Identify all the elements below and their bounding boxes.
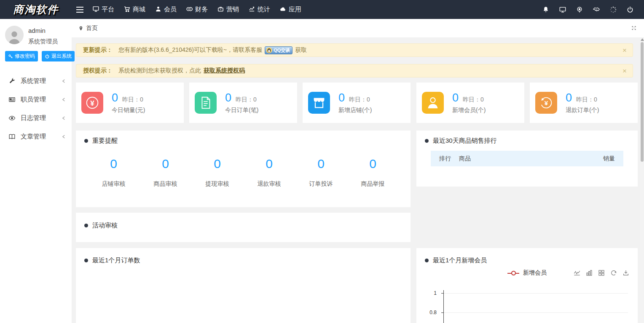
svg-text:¥: ¥ — [545, 99, 548, 107]
avatar[interactable] — [5, 26, 24, 44]
panel-title: 最近1个月新增会员 — [433, 256, 487, 264]
bullet-icon — [84, 259, 88, 262]
update-alert-suffix: 获取 — [295, 46, 307, 54]
rank-table-header: 排行 商品 销量 — [431, 151, 623, 166]
gridline — [444, 293, 628, 294]
stat-card-shops[interactable]: 0昨日：0 新增店铺(个) — [303, 83, 411, 123]
auth-alert-text: 系统检测到您未获取授权，点此 — [118, 67, 201, 75]
breadcrumb-home[interactable]: 首页 — [86, 24, 98, 32]
get-auth-code-link[interactable]: 获取系统授权码 — [204, 67, 245, 75]
nav-item-apps[interactable]: 应用 — [275, 0, 306, 19]
nav-item-mall[interactable]: 商城 — [119, 0, 150, 19]
panel-title: 活动审核 — [92, 222, 118, 230]
breadcrumb-bar: 首页 — [72, 19, 644, 38]
sidebar-menu: 系统管理 职员管理 日志管理 文章管理 — [0, 72, 72, 146]
members-chart-panel: 最近1个月新增会员 新增会员 1 0.8 — [416, 248, 638, 323]
counter-shop-audit[interactable]: 0店铺审核 — [88, 157, 140, 188]
y-axis-tick-1: 1 — [426, 290, 437, 296]
download-image-icon[interactable] — [623, 270, 629, 276]
sidebar-item-system[interactable]: 系统管理 — [0, 72, 72, 90]
data-view-grid-icon[interactable] — [598, 270, 605, 276]
update-alert-title: 更新提示： — [83, 46, 113, 54]
handshake-icon[interactable] — [593, 6, 600, 13]
scrollbar-thumb[interactable] — [641, 42, 644, 162]
nav-item-statistics[interactable]: 统计 — [244, 0, 275, 19]
orders-chart-panel: 最近1个月订单数 — [76, 248, 411, 323]
line-chart-toggle-icon[interactable] — [574, 270, 580, 276]
counter-withdraw-audit[interactable]: 0提现审核 — [191, 157, 243, 188]
hamburger-menu-icon[interactable] — [72, 0, 88, 19]
close-icon[interactable]: × — [623, 67, 627, 75]
chevron-left-icon — [62, 116, 66, 120]
sidebar-item-staff[interactable]: 职员管理 — [0, 90, 72, 109]
counter-product-audit[interactable]: 0商品审核 — [140, 157, 191, 188]
username: admin — [28, 26, 58, 34]
display-icon[interactable] — [559, 6, 566, 13]
chart-icon — [248, 5, 255, 14]
activity-audit-panel: 活动审核 — [76, 213, 411, 242]
yen-circle-icon: ¥ — [81, 92, 103, 114]
nav-item-members[interactable]: 会员 — [150, 0, 181, 19]
app-logo: 商淘软件 — [0, 3, 72, 16]
power-icon[interactable] — [626, 6, 634, 13]
fullscreen-toggle-icon[interactable] — [631, 25, 639, 32]
member-icon — [422, 92, 444, 114]
panel-title: 最近1个月订单数 — [92, 256, 140, 264]
panel-title: 重要提醒 — [92, 137, 118, 145]
chevron-left-icon — [62, 98, 66, 101]
logout-button[interactable]: 退出系统 — [42, 51, 75, 61]
bullet-icon — [425, 139, 429, 143]
chart-toolbox — [574, 270, 629, 276]
cart-icon — [123, 5, 131, 14]
id-card-icon — [8, 96, 16, 103]
sidebar-item-articles[interactable]: 文章管理 — [0, 127, 72, 146]
scrollbar-up-arrow[interactable] — [641, 38, 644, 41]
store-icon — [308, 92, 330, 114]
nav-item-finance[interactable]: 财务 — [181, 0, 212, 19]
update-alert-text: 您有新的版本(3.6.6_210426)可以下载啦~，请联系客服 — [118, 46, 262, 54]
person-silhouette-icon — [6, 28, 23, 44]
cloud-icon — [279, 5, 287, 14]
sidebar-item-logs[interactable]: 日志管理 — [0, 109, 72, 127]
monitor-icon — [92, 5, 99, 14]
svg-text:¥: ¥ — [90, 99, 94, 107]
sidebar: admin 系统管理员 修改密码 退出系统 系统管理 职员管理 日志管理 — [0, 19, 72, 323]
counter-refund-audit[interactable]: 0退款审核 — [243, 157, 295, 188]
col-rank: 排行 — [439, 155, 459, 163]
bullet-icon — [84, 139, 88, 143]
spinner-icon[interactable] — [609, 6, 617, 13]
user-profile: admin 系统管理员 — [0, 19, 72, 45]
eye-icon — [8, 115, 16, 122]
power-icon — [45, 54, 50, 59]
user-icon — [155, 5, 162, 14]
bullet-icon — [425, 259, 429, 262]
document-icon — [195, 92, 217, 114]
close-icon[interactable]: × — [623, 47, 627, 54]
key-icon — [8, 54, 13, 59]
y-axis-tick-08: 0.8 — [426, 310, 437, 315]
col-product: 商品 — [459, 155, 603, 163]
bell-icon[interactable] — [542, 6, 550, 13]
line-series-marker-icon — [507, 271, 519, 275]
stat-card-sales[interactable]: ¥ 0昨日：0 今日销量(元) — [76, 83, 184, 123]
qq-penguin-icon — [266, 47, 272, 53]
stat-card-members[interactable]: 0昨日：0 新增会员(个) — [416, 83, 524, 123]
nav-item-platform[interactable]: 平台 — [88, 0, 119, 19]
auth-alert-title: 授权提示： — [83, 67, 113, 75]
panel-title: 最近30天商品销售排行 — [433, 137, 497, 145]
location-icon[interactable] — [576, 6, 583, 13]
restore-icon[interactable] — [610, 270, 617, 276]
map-marker-icon — [78, 25, 83, 32]
counter-product-report[interactable]: 0商品举报 — [347, 157, 399, 188]
col-sales: 销量 — [603, 155, 615, 163]
stat-card-orders[interactable]: 0昨日：0 今日订单(笔) — [189, 83, 297, 123]
bar-chart-toggle-icon[interactable] — [586, 270, 593, 276]
nav-item-marketing[interactable]: 营销 — [212, 0, 244, 19]
book-icon — [8, 133, 16, 140]
change-password-button[interactable]: 修改密码 — [5, 51, 38, 61]
refund-icon: ¥ — [535, 92, 557, 114]
stat-card-refunds[interactable]: ¥ 0昨日：0 退款订单(个) — [530, 83, 638, 123]
qq-chat-badge[interactable]: QQ交谈 — [265, 46, 292, 54]
auth-alert: 授权提示： 系统检测到您未获取授权，点此 获取系统授权码 × — [76, 64, 633, 77]
counter-order-complaint[interactable]: 0订单投诉 — [295, 157, 347, 188]
